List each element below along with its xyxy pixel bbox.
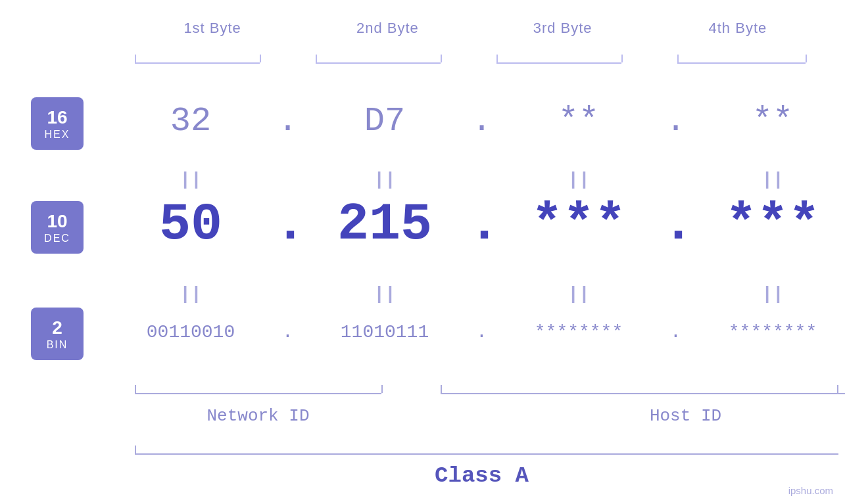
eq-1-b1: || (125, 170, 256, 190)
hex-b3: ** (513, 102, 644, 141)
dec-name: DEC (44, 233, 70, 244)
hex-badge: 16 HEX (31, 97, 84, 150)
tick-3l (496, 55, 498, 62)
bin-b4: ******** (707, 322, 838, 342)
eq-1-b2: || (319, 170, 450, 190)
bracket-line-3 (496, 62, 621, 64)
hex-b1: 32 (125, 102, 256, 141)
network-bracket-line (135, 393, 381, 394)
byte-label-3: 3rd Byte (475, 20, 650, 37)
dec-row-values: 50 . 215 . *** . *** (125, 195, 838, 254)
tick-1l (135, 55, 136, 62)
bin-number: 2 (52, 317, 62, 339)
byte-label-4: 4th Byte (650, 20, 825, 37)
hex-dot-1: . (275, 102, 301, 141)
eq-2-b4: || (707, 284, 838, 304)
eq-1-b4: || (707, 170, 838, 190)
dec-badge: 10 DEC (31, 201, 84, 254)
byte-label-1: 1st Byte (125, 20, 300, 37)
byte-label-2: 2nd Byte (300, 20, 475, 37)
hex-b4: ** (707, 102, 838, 141)
dec-b3: *** (513, 195, 644, 254)
eq-1-b3: || (513, 170, 644, 190)
hex-name: HEX (45, 129, 70, 141)
dec-dot-3: . (663, 195, 689, 254)
btick-net-right (381, 385, 383, 393)
main-container: 1st Byte 2nd Byte 3rd Byte 4th Byte 16 H… (0, 0, 845, 504)
dec-b2: 215 (319, 195, 450, 254)
btick-host-left (441, 385, 442, 393)
bracket-line-4 (677, 62, 806, 64)
dec-dot-2: . (469, 195, 495, 254)
tick-1r (260, 55, 261, 62)
bracket-line-1 (135, 62, 260, 64)
class-label: Class A (125, 463, 838, 488)
byte-labels-row: 1st Byte 2nd Byte 3rd Byte 4th Byte (125, 20, 825, 37)
hex-number: 16 (47, 106, 67, 129)
eq-2-b2: || (319, 284, 450, 304)
watermark: ipshu.com (788, 485, 833, 496)
bin-dot-3: . (663, 322, 689, 342)
bracket-line-2 (316, 62, 441, 64)
tick-2l (316, 55, 317, 62)
bin-name: BIN (47, 339, 68, 351)
bin-b3: ******** (513, 322, 644, 342)
hex-row-values: 32 . D7 . ** . ** (125, 102, 838, 141)
class-outer-line (135, 453, 838, 455)
eq-2-b3: || (513, 284, 644, 304)
eq-row-2: || || || || (125, 284, 838, 304)
network-id-label: Network ID (135, 406, 381, 426)
hex-dot-2: . (469, 102, 495, 141)
bin-dot-1: . (275, 322, 301, 342)
eq-row-1: || || || || (125, 170, 838, 190)
bin-b2: 11010111 (319, 322, 450, 342)
dec-b1: 50 (125, 195, 256, 254)
bin-b1: 00110010 (125, 322, 256, 342)
dec-number: 10 (47, 210, 67, 233)
btick-class-left (135, 446, 136, 453)
btick-net-left (135, 385, 136, 393)
host-id-label: Host ID (441, 406, 845, 426)
btick-host-right (837, 385, 838, 393)
bin-badge: 2 BIN (31, 308, 84, 360)
tick-4r (806, 55, 807, 62)
hex-dot-3: . (663, 102, 689, 141)
eq-2-b1: || (125, 284, 256, 304)
bin-row-values: 00110010 . 11010111 . ******** . *******… (125, 322, 838, 342)
bin-dot-2: . (469, 322, 495, 342)
dec-b4: *** (707, 195, 838, 254)
tick-4l (677, 55, 679, 62)
hex-b2: D7 (319, 102, 450, 141)
tick-2r (441, 55, 442, 62)
tick-3r (621, 55, 623, 62)
host-bracket-line (441, 393, 845, 394)
dec-dot-1: . (275, 195, 301, 254)
